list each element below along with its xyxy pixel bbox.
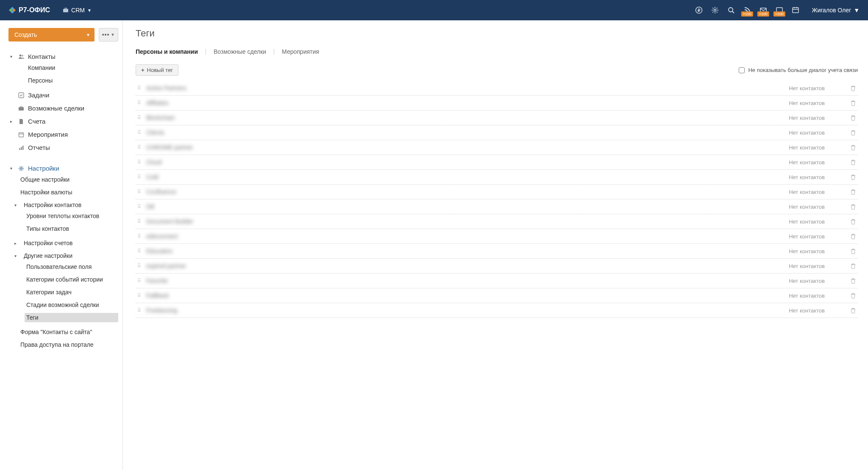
drag-handle-icon[interactable]: ⠿ (137, 218, 140, 224)
nav-events[interactable]: Мероприятия (8, 130, 118, 139)
drag-handle-icon[interactable]: ⠿ (137, 263, 140, 269)
feed-icon[interactable]: >100 (743, 6, 751, 14)
drag-handle-icon[interactable]: ⠿ (137, 100, 140, 106)
nav-portal-access[interactable]: Права доступа на портале (19, 340, 118, 349)
delete-tag-button[interactable] (850, 85, 856, 91)
nav-general-settings[interactable]: Общие настройки (19, 175, 118, 184)
delete-tag-button[interactable] (850, 204, 856, 210)
search-icon[interactable] (727, 6, 735, 14)
tag-contact-count: Нет контактов (765, 144, 825, 151)
trash-icon (850, 248, 856, 254)
tag-name[interactable]: Freelancing (146, 307, 765, 314)
drag-handle-icon[interactable]: ⠿ (137, 174, 140, 180)
user-menu[interactable]: Жигалов Олег ▼ (812, 7, 860, 14)
tag-name[interactable]: Affiliates (146, 100, 765, 106)
tag-name[interactable]: Cloud (146, 159, 765, 166)
tab-events[interactable]: Мероприятия (282, 47, 319, 56)
nav-persons[interactable]: Персоны (19, 76, 118, 85)
nav-history-categories[interactable]: Категории событий истории (25, 275, 118, 284)
nav-invoice-settings[interactable]: ▸Настройки счетов (19, 238, 118, 248)
drag-handle-icon[interactable]: ⠿ (137, 278, 140, 284)
nav-contact-form[interactable]: Форма "Контакты с сайта" (19, 327, 118, 337)
nav-invoices[interactable]: ▸Счета (8, 116, 118, 126)
new-tag-button[interactable]: + Новый тег (136, 64, 178, 76)
delete-tag-button[interactable] (850, 115, 856, 121)
svg-rect-34 (21, 147, 22, 150)
nav-custom-fields[interactable]: Пользовательские поля (25, 262, 118, 271)
tag-name[interactable]: Confluence (146, 188, 765, 195)
nav-companies[interactable]: Компании (19, 63, 118, 72)
nav-reports[interactable]: Отчеты (8, 143, 118, 152)
delete-tag-button[interactable] (850, 248, 856, 254)
drag-handle-icon[interactable]: ⠿ (137, 130, 140, 135)
tag-name[interactable]: Document Builder (146, 218, 765, 225)
delete-tag-button[interactable] (850, 189, 856, 195)
tag-name[interactable]: Cold (146, 174, 765, 180)
delete-tag-button[interactable] (850, 233, 856, 239)
hide-dialog-checkbox[interactable] (739, 67, 745, 73)
tag-row: ⠿edisconnectНет контактов (136, 229, 858, 244)
tag-name[interactable]: edisconnect (146, 233, 765, 240)
tag-name[interactable]: Blockchain (146, 114, 765, 121)
create-button[interactable]: Создать ▼ (8, 28, 95, 41)
calendar-icon[interactable] (792, 6, 799, 14)
drag-handle-icon[interactable]: ⠿ (137, 85, 140, 91)
drag-handle-icon[interactable]: ⠿ (137, 293, 140, 299)
drag-handle-icon[interactable]: ⠿ (137, 248, 140, 254)
tag-name[interactable]: Clients (146, 129, 765, 136)
nav-currency-settings[interactable]: Настройки валюты (19, 188, 118, 197)
chat-icon[interactable]: >100 (776, 6, 783, 14)
nav-contacts-settings[interactable]: ▾Настройки контактов (19, 200, 118, 210)
tag-name[interactable]: CHROME partner (146, 144, 765, 151)
tab-deals[interactable]: Возможные сделки (214, 47, 266, 56)
nav-tags[interactable]: Теги (25, 313, 118, 322)
tab-persons-companies[interactable]: Персоны и компании (136, 47, 198, 56)
drag-handle-icon[interactable]: ⠿ (137, 144, 140, 150)
drag-handle-icon[interactable]: ⠿ (137, 204, 140, 210)
app-header: Р7-ОФИС CRM ▼ ₽ >100 >100 >100 (0, 0, 868, 20)
delete-tag-button[interactable] (850, 218, 856, 224)
document-icon (18, 119, 25, 124)
drag-handle-icon[interactable]: ⠿ (137, 307, 140, 313)
tag-row: ⠿FavoriteНет контактов (136, 274, 858, 288)
delete-tag-button[interactable] (850, 278, 856, 284)
tag-name[interactable]: expired partner (146, 263, 765, 269)
delete-tag-button[interactable] (850, 307, 856, 313)
brand-logo[interactable]: Р7-ОФИС (8, 6, 50, 14)
delete-tag-button[interactable] (850, 130, 856, 135)
nav-deal-stages[interactable]: Стадии возможной сделки (25, 300, 118, 310)
delete-tag-button[interactable] (850, 263, 856, 269)
tag-name[interactable]: DB (146, 203, 765, 210)
svg-rect-30 (20, 106, 22, 108)
nav-task-categories[interactable]: Категории задач (25, 288, 118, 297)
drag-handle-icon[interactable]: ⠿ (137, 115, 140, 121)
nav-deals[interactable]: Возможные сделки (8, 103, 118, 113)
nav-contact-types[interactable]: Типы контактов (25, 224, 118, 233)
tag-name[interactable]: Active Partners (146, 85, 765, 91)
drag-handle-icon[interactable]: ⠿ (137, 189, 140, 195)
svg-point-36 (20, 168, 22, 169)
hide-dialog-option[interactable]: Не показывать больше диалог учета связи (739, 67, 858, 73)
tag-name[interactable]: FallBack (146, 292, 765, 299)
delete-tag-button[interactable] (850, 100, 856, 106)
tag-name[interactable]: Favorite (146, 277, 765, 284)
tag-name[interactable]: Education (146, 248, 765, 254)
delete-tag-button[interactable] (850, 144, 856, 150)
nav-contact-warmth[interactable]: Уровни теплоты контактов (25, 211, 118, 221)
delete-tag-button[interactable] (850, 174, 856, 180)
gear-icon[interactable] (711, 6, 719, 14)
nav-contacts[interactable]: ▾ Контакты (8, 52, 118, 61)
drag-handle-icon[interactable]: ⠿ (137, 233, 140, 239)
delete-tag-button[interactable] (850, 293, 856, 299)
drag-handle-icon[interactable]: ⠿ (137, 159, 140, 165)
nav-settings[interactable]: ▾ Настройки (8, 163, 118, 173)
nav-other-settings[interactable]: ▾Другие настройки (19, 251, 118, 260)
tag-row: ⠿AffiliatesНет контактов (136, 96, 858, 111)
delete-tag-button[interactable] (850, 159, 856, 165)
nav-tasks[interactable]: Задачи (8, 90, 118, 100)
module-selector[interactable]: CRM ▼ (63, 7, 92, 14)
more-actions-button[interactable]: ••• ▼ (99, 28, 118, 41)
tag-row: ⠿BlockchainНет контактов (136, 111, 858, 125)
currency-icon[interactable]: ₽ (695, 6, 703, 14)
mail-icon[interactable]: >100 (760, 6, 767, 14)
